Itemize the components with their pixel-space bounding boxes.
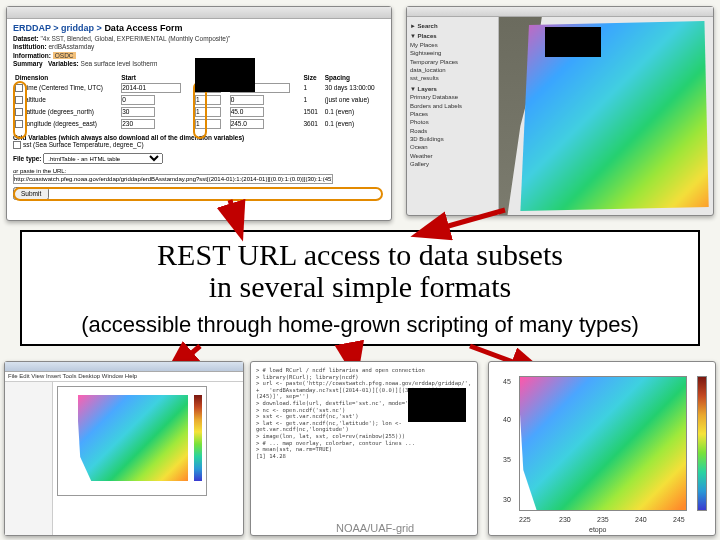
headline-line2: in several simple formats [22,270,698,304]
start-input[interactable] [121,83,181,93]
col-spacing: Spacing [323,73,385,82]
variables-label: Variables: [48,60,79,67]
matlab-body [5,382,243,535]
spacing-value: 0.1 (even) [323,106,385,118]
ge-sidebar: ► Search ▼ Places My Places Sightseeing … [407,17,499,215]
xtick: 230 [559,516,571,523]
erddap-titlebar [7,7,391,19]
sidebar-layer[interactable]: Roads [410,127,495,135]
matlab-sidebar [5,382,53,535]
headline-line3: (accessible through home-grown scripting… [22,312,698,338]
col-dimension: Dimension [13,73,119,82]
sidebar-item-data[interactable]: data_location [410,66,495,74]
stop-input[interactable] [230,95,264,105]
dim-label: longitude (degrees_east) [25,120,97,127]
sidebar-layer[interactable]: Ocean [410,143,495,151]
start-input[interactable] [121,119,155,129]
sidebar-item-sst[interactable]: sst_results [410,74,495,82]
crumb-erddap[interactable]: ERDDAP [13,23,51,33]
spacing-value: (just one value) [323,94,385,106]
sidebar-layer[interactable]: Borders and Labels [410,102,495,110]
url-input[interactable] [13,174,333,184]
sidebar-layer[interactable]: Gallery [410,160,495,168]
size-value: 1 [301,94,322,106]
sidebar-layer[interactable]: Weather [410,152,495,160]
sst-heatmap-icon [520,377,686,510]
sidebar-layer[interactable]: Photos [410,118,495,126]
xtick: 225 [519,516,531,523]
filetype-row: File type: .htmlTable - an HTML table [13,153,385,164]
url-row: or paste in the URL: [13,168,385,184]
osdc-badge: OSDC [53,52,76,59]
sidebar-layer[interactable]: Primary Database [410,93,495,101]
sidebar-layer[interactable]: Places [410,110,495,118]
page-title: Data Access Form [104,23,182,33]
footer-label: NOAA/UAF-grid [336,522,414,534]
ytick: 40 [503,416,511,423]
google-earth-window: ► Search ▼ Places My Places Sightseeing … [406,6,714,216]
sst-heatmap-icon [78,395,188,481]
filetype-select[interactable]: .htmlTable - an HTML table [43,153,163,164]
ytick: 45 [503,378,511,385]
ytick: 35 [503,456,511,463]
python-plot-window: 45 40 35 30 225 230 235 240 245 etopo [488,361,716,536]
sidebar-layer[interactable]: 3D Buildings [410,135,495,143]
colorbar-icon [194,395,202,481]
matlab-titlebar [5,362,243,372]
highlight-oval-icon [13,187,383,201]
matlab-menu[interactable]: File Edit View Insert Tools Desktop Wind… [5,372,243,382]
sidebar-item-temp[interactable]: Temporary Places [410,58,495,66]
col-size: Size [301,73,322,82]
size-value: 3601 [301,118,322,130]
erddap-form-window: ERDDAP > griddap > Data Access Form Data… [6,6,392,221]
sst-label: sst (Sea Surface Temperature, degree_C) [23,141,144,148]
col-start: Start [119,73,193,82]
sidebar-search-hdr[interactable]: ► Search [410,22,495,30]
xtick: 245 [673,516,685,523]
stop-input[interactable] [230,119,264,129]
sidebar-item-myplaces[interactable]: My Places [410,41,495,49]
colorbar-icon [697,376,707,511]
sst-checkbox[interactable] [13,141,21,149]
sidebar-item-sightseeing[interactable]: Sightseeing [410,49,495,57]
redaction-box [408,388,466,422]
dataset-label: Dataset: [13,35,39,42]
variables-value: Sea surface level Isotherm [81,60,158,67]
dim-label: time (Centered Time, UTC) [25,84,103,91]
sst-overlay-icon [499,17,713,215]
redaction-box [545,27,601,57]
breadcrumb: ERDDAP > griddap > Data Access Form [13,23,385,33]
dataset-name: "4x SST, Blended, Global, EXPERIMENTAL (… [40,35,230,42]
xlabel: etopo [589,526,607,533]
ytick: 30 [503,496,511,503]
sidebar-places-hdr[interactable]: ▼ Places [410,32,495,40]
dim-label: altitude [25,96,46,103]
summary-label: Summary [13,60,43,67]
matlab-window: File Edit View Insert Tools Desktop Wind… [4,361,244,536]
crumb-griddap[interactable]: griddap [61,23,94,33]
start-input[interactable] [121,95,155,105]
info-label: Information: [13,52,51,59]
matlab-plot [57,386,207,496]
headline-line1: REST URL access to data subsets [22,238,698,272]
matlab-figure [53,382,243,535]
institution-value: erdBAsstamday [48,43,94,50]
grid-vars-label: Grid Variables (which always also downlo… [13,134,244,141]
xtick: 235 [597,516,609,523]
headline-box: REST URL access to data subsets in sever… [20,230,700,346]
institution-label: Institution: [13,43,47,50]
ge-titlebar [407,7,713,17]
redaction-box [195,58,255,92]
ge-map-viewport[interactable] [499,17,713,215]
dim-label: latitude (degrees_north) [25,108,94,115]
python-plot-axes [519,376,687,511]
filetype-label: File type: [13,155,42,162]
highlight-oval-icon [13,81,27,139]
xtick: 240 [635,516,647,523]
sidebar-layers-hdr[interactable]: ▼ Layers [410,85,495,93]
spacing-value: 30 days 13:00:00 [323,82,385,94]
stop-input[interactable] [230,107,264,117]
size-value: 1501 [301,106,322,118]
slide-stage: ERDDAP > griddap > Data Access Form Data… [0,0,720,540]
start-input[interactable] [121,107,155,117]
